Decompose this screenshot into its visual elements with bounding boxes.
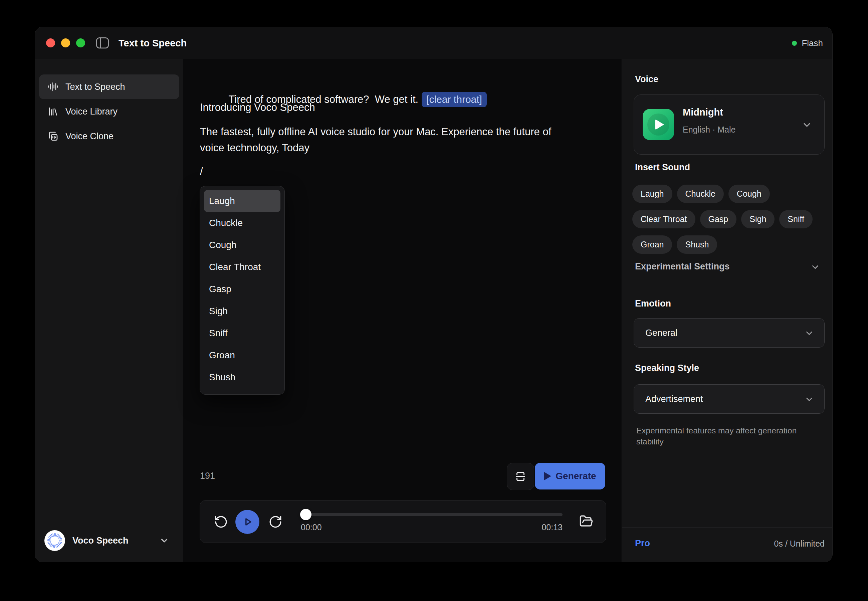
sidebar-toggle-icon[interactable] (96, 37, 109, 49)
sound-chip[interactable]: Groan (632, 235, 672, 254)
chevron-down-icon (802, 119, 812, 130)
status-label: Flash (802, 38, 823, 49)
sidebar-item-label: Voice Clone (65, 131, 114, 142)
sidebar-item-voice-library[interactable]: Voice Library (39, 99, 179, 124)
app-name-label: Voco Speech (72, 535, 152, 546)
editor-line-2: Introducing Voco Speech (200, 99, 315, 116)
emotion-label: Emotion (635, 297, 671, 310)
sound-suggestion-menu: LaughChuckleCoughClear ThroatGaspSighSni… (199, 186, 285, 395)
sidebar-item-label: Voice Library (65, 107, 117, 117)
play-icon (544, 472, 551, 480)
app-window: Text to Speech Flash Text to Speech (35, 27, 833, 562)
menu-item[interactable]: Groan (204, 344, 280, 366)
menu-item[interactable]: Chuckle (204, 212, 280, 234)
generate-button[interactable]: Generate (535, 463, 605, 490)
speaking-style-select[interactable]: Advertisement (633, 384, 825, 414)
sound-chip[interactable]: Clear Throat (632, 210, 695, 228)
restart-icon[interactable] (214, 515, 228, 529)
account-menu[interactable]: Voco Speech (44, 530, 174, 551)
play-button[interactable] (235, 510, 259, 534)
audio-player: 00:00 00:13 (199, 500, 606, 543)
sound-chip[interactable]: Sigh (741, 210, 775, 228)
current-time: 00:00 (301, 521, 322, 533)
title-bar: Text to Speech Flash (35, 27, 832, 59)
chevron-down-icon[interactable] (810, 262, 820, 272)
speaking-style-value: Advertisement (645, 384, 703, 413)
voice-name: Midnight (683, 107, 723, 118)
sound-chip[interactable]: Cough (728, 185, 770, 203)
regenerate-icon[interactable] (268, 515, 282, 529)
minimize-window-button[interactable] (61, 38, 70, 47)
voice-heading: Voice (635, 72, 658, 86)
settings-panel: Voice Midnight English · Male Insert Sou… (621, 59, 833, 562)
library-icon (48, 106, 58, 117)
zoom-window-button[interactable] (76, 38, 85, 47)
sidebar-item-label: Text to Speech (65, 82, 125, 92)
sound-chip[interactable]: Gasp (700, 210, 737, 228)
close-window-button[interactable] (46, 38, 55, 47)
sound-chip[interactable]: Sniff (779, 210, 813, 228)
menu-item[interactable]: Sniff (204, 322, 280, 344)
audio-lines-icon (48, 81, 58, 92)
editor-line-1: Tired of complicated software? We get it… (200, 75, 487, 92)
editor-slash-trigger: / (200, 163, 203, 180)
duration-time: 00:13 (517, 521, 562, 533)
speaking-style-label: Speaking Style (635, 361, 699, 375)
usage-counter: 0s / Unlimited (774, 539, 825, 549)
chevron-down-icon (804, 328, 814, 338)
desktop: Text to Speech Flash Text to Speech (0, 0, 868, 601)
experimental-note: Experimental features may affect generat… (636, 425, 803, 447)
emotion-value: General (645, 319, 678, 347)
sidebar-nav: Text to Speech Voice Library (39, 75, 179, 149)
experimental-settings-heading[interactable]: Experimental Settings (635, 259, 730, 273)
menu-item[interactable]: Clear Throat (204, 256, 280, 278)
seek-slider[interactable] (300, 513, 562, 516)
open-folder-icon[interactable] (579, 514, 593, 528)
voice-selector[interactable]: Midnight English · Male (633, 95, 825, 155)
menu-item[interactable]: Shush (204, 366, 280, 388)
editor-line-3: The fastest, fully offline AI voice stud… (200, 124, 551, 140)
sidebar-item-voice-clone[interactable]: Voice Clone (39, 124, 179, 149)
window-title: Text to Speech (119, 27, 187, 59)
sound-chip[interactable]: Chuckle (677, 185, 724, 203)
chevron-down-icon (804, 394, 814, 404)
editor-line-4: voice technology, Today (200, 140, 309, 156)
voice-clone-icon (48, 131, 58, 142)
chevron-down-icon (159, 535, 169, 546)
voice-meta: English · Male (683, 125, 736, 134)
sound-chip[interactable]: Shush (677, 235, 717, 254)
sound-chip-list: LaughChuckleCoughClear ThroatGaspSighSni… (632, 185, 827, 254)
seek-slider-knob[interactable] (300, 509, 311, 520)
sound-tag[interactable]: [clear throat] (422, 92, 487, 107)
editor-area[interactable]: Tired of complicated software? We get it… (183, 59, 621, 562)
menu-item[interactable]: Sigh (204, 300, 280, 322)
model-status: Flash (792, 27, 823, 59)
panel-footer: Pro 0s / Unlimited (622, 527, 833, 562)
app-logo-avatar (44, 530, 65, 551)
emotion-select[interactable]: General (633, 318, 825, 348)
status-dot-icon (792, 41, 797, 46)
character-count: 191 (200, 468, 215, 484)
window-body: Text to Speech Voice Library (35, 59, 832, 562)
plan-badge[interactable]: Pro (635, 538, 650, 549)
menu-item[interactable]: Laugh (204, 190, 280, 212)
sidebar: Text to Speech Voice Library (35, 59, 184, 562)
menu-item[interactable]: Gasp (204, 278, 280, 300)
split-section-button[interactable] (507, 463, 534, 490)
menu-item[interactable]: Cough (204, 234, 280, 256)
insert-sound-heading: Insert Sound (635, 160, 690, 174)
voice-play-icon[interactable] (643, 109, 674, 140)
sidebar-item-text-to-speech[interactable]: Text to Speech (39, 75, 179, 99)
sound-chip[interactable]: Laugh (632, 185, 672, 203)
